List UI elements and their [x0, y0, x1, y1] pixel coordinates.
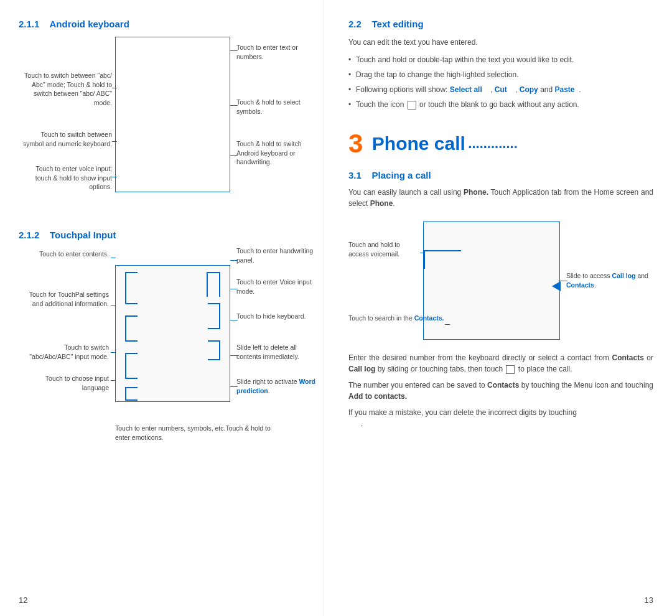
line-r2 [230, 105, 238, 106]
tp-line-r3 [230, 320, 238, 320]
android-label-r2: Touch & hold to select symbols. [236, 98, 317, 116]
tp-line-r1 [230, 260, 238, 261]
tp-label-l1: Touch to enter contents. [22, 250, 109, 259]
line-l3 [112, 177, 117, 177]
tp-line-l1 [111, 258, 116, 258]
section-31-body2: The number you entered can be saved to C… [348, 380, 653, 402]
phone-line-voicemail [420, 253, 425, 253]
tp-line-r5 [230, 386, 238, 387]
section-31-intro: You can easily launch a call using Phone… [348, 187, 653, 209]
phone-label-calllog: Slide to access Call log and Contacts. [566, 271, 663, 289]
section-31-header: 3.1 Placing a call [348, 170, 653, 180]
section-31-title: Placing a call [372, 170, 431, 180]
bullet-4: Touch the icon or touch the blank to go … [348, 99, 653, 110]
android-label-l3: Touch to enter voice input; touch & hold… [22, 164, 112, 192]
section-22-num: 2.2 [348, 19, 362, 29]
section-31-body3b: . [361, 418, 653, 429]
tp-label-l2: Touch for TouchPal settings and addition… [22, 290, 109, 308]
phone-label-contacts: Touch to search in the Contacts. [348, 314, 445, 323]
tp-line-r4 [230, 355, 238, 356]
page-number-left: 12 [19, 595, 27, 605]
section-3-title: Phone call [372, 133, 465, 154]
bullet-3: Following options will show: Select all … [348, 84, 653, 95]
tp-bottom-label: Touch to enter numbers, symbols, etc.Tou… [115, 424, 277, 442]
phone-diagram: Touch and hold to access voicemail. Slid… [348, 222, 647, 352]
touchpal-diagram: Touch to enter contents. Touch for Touch… [19, 246, 305, 446]
section-22-bullets: Touch and hold or double-tap within the … [348, 54, 653, 110]
tp-line-l4 [111, 380, 116, 381]
section-212-num: 2.1.2 [19, 230, 39, 240]
line-l2 [112, 141, 117, 142]
line-l1 [112, 88, 117, 88]
tp-line-r2 [230, 289, 238, 289]
page-number-right: 13 [645, 595, 653, 605]
section-22-header: 2.2 Text editing [348, 19, 653, 29]
tp-label-l4: Touch to choose input language [22, 374, 109, 392]
bullet-2: Drag the tap to change the high-lighted … [348, 69, 653, 80]
bullet-1: Touch and hold or double-tap within the … [348, 54, 653, 65]
tp-label-r5: Slide right to activate Word prediction. [236, 377, 317, 395]
android-label-r3: Touch & hold to switch Android keyboard … [236, 139, 317, 167]
section-3-num: 3 [348, 129, 363, 158]
section-212-title: Touchpal Input [50, 230, 116, 240]
tp-line-l2 [111, 306, 116, 306]
section-22-intro: You can edit the text you have entered. [348, 37, 653, 48]
android-label-r1: Touch to enter text or numbers. [236, 43, 317, 61]
section-211-title: Android keyboard [50, 19, 129, 29]
line-r1 [230, 50, 238, 51]
android-keyboard-diagram: Touch to switch between "abc/ Abc" mode;… [19, 37, 305, 223]
tp-label-r1: Touch to enter handwriting panel. [236, 246, 317, 264]
tp-label-r2: Touch to enter Voice input mode. [236, 278, 317, 296]
page-left: 2.1.1 Android keyboard Touch to switch b… [0, 0, 324, 616]
phone-line-contacts [445, 324, 450, 325]
tp-keyboard-box [115, 265, 230, 402]
section-212-header: 2.1.2 Touchpal Input [19, 230, 304, 240]
page-right: 2.2 Text editing You can edit the text y… [324, 0, 672, 616]
section-31-body3: If you make a mistake, you can delete th… [348, 407, 653, 418]
keyboard-box [115, 37, 230, 192]
section-211-header: 2.1.1 Android keyboard [19, 19, 304, 29]
section-31-body1: Enter the desired number from the keyboa… [348, 352, 653, 375]
section-31-num: 3.1 [348, 170, 362, 180]
tp-label-l3: Touch to switch "abc/Abc/ABC" input mode… [22, 343, 109, 361]
section-3-header: 3 Phone call ............. [348, 129, 653, 159]
android-label-l1: Touch to switch between "abc/ Abc" mode;… [22, 71, 112, 108]
section-3-dots: ............. [468, 136, 517, 151]
tp-line-l3 [111, 352, 116, 353]
phone-line-calllog [559, 281, 567, 281]
section-211-num: 2.1.1 [19, 19, 39, 29]
phone-label-voicemail: Touch and hold to access voicemail. [348, 240, 417, 258]
tp-label-r3: Touch to hide keyboard. [236, 312, 317, 321]
line-r3 [230, 155, 238, 156]
tp-label-r4: Slide left to delete all contents immedi… [236, 343, 317, 361]
section-22-title: Text editing [372, 19, 424, 29]
android-label-l2: Touch to switch between symbol and numer… [22, 130, 112, 148]
